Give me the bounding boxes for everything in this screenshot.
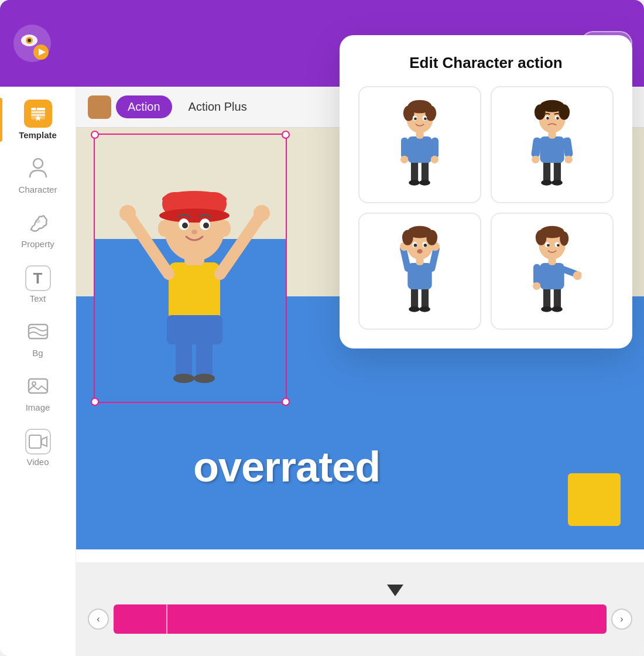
sidebar-label-property: Property bbox=[21, 239, 54, 249]
sidebar-item-text[interactable]: T Text bbox=[0, 258, 76, 310]
character-option-3[interactable] bbox=[358, 213, 481, 330]
property-icon bbox=[26, 211, 50, 237]
yellow-square-decoration bbox=[568, 473, 621, 526]
template-icon bbox=[24, 100, 52, 128]
timeline-playhead bbox=[88, 585, 632, 596]
svg-point-92 bbox=[426, 230, 437, 245]
svg-point-50 bbox=[400, 156, 408, 163]
character-pose-2 bbox=[523, 98, 581, 192]
sidebar-item-bg[interactable]: Bg bbox=[0, 313, 76, 365]
svg-point-29 bbox=[119, 205, 136, 221]
character-option-1[interactable] bbox=[358, 86, 481, 203]
svg-point-35 bbox=[159, 209, 229, 223]
character-pose-3 bbox=[390, 224, 449, 318]
svg-rect-47 bbox=[407, 136, 431, 163]
svg-point-12 bbox=[33, 159, 43, 168]
sidebar-label-template: Template bbox=[19, 130, 57, 140]
video-icon bbox=[25, 429, 51, 455]
svg-point-16 bbox=[32, 382, 36, 385]
svg-point-59 bbox=[414, 117, 417, 120]
svg-point-42 bbox=[219, 220, 231, 237]
svg-rect-8 bbox=[37, 108, 45, 110]
svg-marker-18 bbox=[42, 437, 47, 446]
svg-point-38 bbox=[182, 223, 188, 228]
timeline-next-button[interactable]: › bbox=[611, 609, 632, 630]
svg-rect-14 bbox=[29, 324, 47, 339]
bg-icon bbox=[26, 320, 50, 346]
svg-point-60 bbox=[424, 117, 427, 120]
tab-action[interactable]: Action bbox=[116, 95, 172, 118]
svg-point-91 bbox=[402, 230, 413, 245]
character-options-grid bbox=[358, 86, 614, 330]
sidebar-item-template[interactable]: Template bbox=[0, 93, 76, 147]
svg-point-13 bbox=[36, 220, 40, 223]
svg-point-77 bbox=[546, 117, 549, 119]
sidebar-label-character: Character bbox=[19, 184, 57, 194]
svg-point-97 bbox=[417, 249, 422, 254]
edit-character-modal: Edit Character action bbox=[340, 35, 632, 348]
character-icon bbox=[26, 156, 50, 182]
character-selection-box[interactable] bbox=[94, 134, 287, 403]
sidebar-label-text: Text bbox=[30, 293, 46, 303]
character-pose-1 bbox=[390, 98, 449, 192]
svg-rect-102 bbox=[540, 263, 564, 289]
svg-point-23 bbox=[173, 374, 194, 383]
svg-point-111 bbox=[536, 230, 547, 245]
sidebar-item-video[interactable]: Video bbox=[0, 422, 76, 474]
svg-point-55 bbox=[403, 105, 415, 121]
timeline: ‹ › bbox=[76, 562, 644, 656]
svg-point-78 bbox=[556, 117, 559, 119]
svg-rect-103 bbox=[533, 264, 540, 285]
app-container: 63% Template bbox=[0, 0, 644, 656]
svg-point-104 bbox=[533, 282, 540, 290]
svg-point-64 bbox=[551, 180, 563, 185]
svg-point-100 bbox=[541, 306, 552, 312]
svg-rect-9 bbox=[31, 111, 45, 113]
svg-point-41 bbox=[158, 220, 170, 237]
tab-action-plus[interactable]: Action Plus bbox=[177, 95, 259, 118]
overrated-text: overrated bbox=[193, 443, 632, 491]
svg-point-40 bbox=[191, 230, 197, 234]
svg-point-116 bbox=[557, 244, 560, 247]
svg-point-69 bbox=[565, 156, 573, 163]
image-icon bbox=[26, 374, 50, 400]
character-option-2[interactable] bbox=[491, 86, 614, 203]
svg-point-46 bbox=[419, 180, 430, 185]
sidebar-item-image[interactable]: Image bbox=[0, 367, 76, 419]
svg-rect-7 bbox=[31, 108, 36, 110]
character-figure bbox=[94, 134, 287, 403]
svg-line-85 bbox=[432, 248, 437, 268]
svg-point-3 bbox=[28, 39, 31, 42]
svg-point-115 bbox=[547, 244, 550, 247]
playhead-marker bbox=[387, 585, 403, 596]
svg-point-24 bbox=[194, 374, 215, 383]
svg-rect-49 bbox=[431, 138, 439, 159]
svg-point-101 bbox=[551, 306, 563, 312]
svg-point-112 bbox=[560, 231, 568, 245]
svg-rect-48 bbox=[401, 138, 408, 159]
svg-point-63 bbox=[541, 180, 552, 185]
character-pose-4 bbox=[523, 224, 581, 318]
timeline-prev-button[interactable]: ‹ bbox=[88, 609, 109, 630]
svg-point-51 bbox=[431, 156, 439, 163]
svg-point-39 bbox=[203, 223, 209, 228]
svg-point-56 bbox=[425, 105, 436, 121]
timeline-track: ‹ › bbox=[88, 604, 632, 634]
sidebar-item-property[interactable]: Property bbox=[0, 204, 76, 256]
color-swatch[interactable] bbox=[88, 95, 111, 119]
sidebar-item-character[interactable]: Character bbox=[0, 149, 76, 201]
svg-point-74 bbox=[559, 104, 570, 119]
modal-title: Edit Character action bbox=[358, 54, 614, 72]
svg-rect-65 bbox=[540, 136, 564, 163]
svg-point-68 bbox=[532, 156, 539, 163]
character-option-4[interactable] bbox=[491, 213, 614, 330]
svg-rect-15 bbox=[29, 379, 47, 393]
svg-rect-17 bbox=[29, 435, 41, 448]
sidebar-label-video: Video bbox=[26, 457, 49, 467]
sidebar: Template Character Property bbox=[0, 87, 76, 656]
timeline-bar[interactable] bbox=[114, 604, 607, 634]
sidebar-label-bg: Bg bbox=[32, 348, 43, 358]
app-logo bbox=[12, 23, 53, 64]
svg-line-84 bbox=[403, 248, 408, 268]
text-icon: T bbox=[25, 265, 51, 291]
